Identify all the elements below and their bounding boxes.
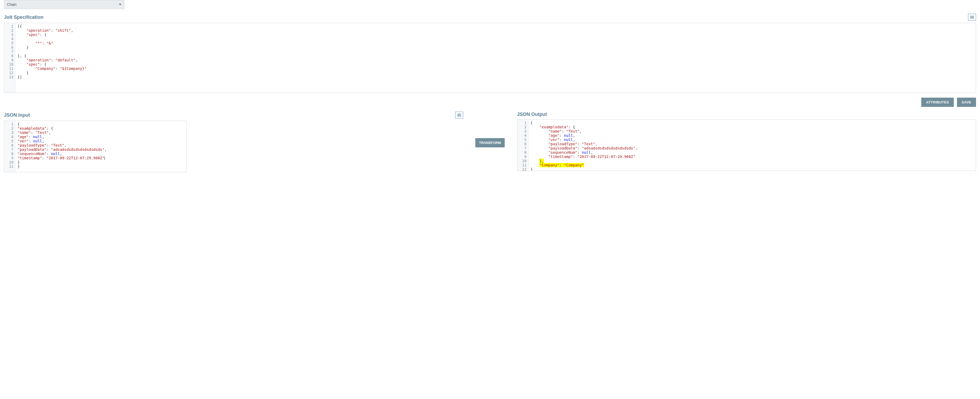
spec-editor[interactable]: 12345678910111213 [{ "operation": "shift… [4,23,976,93]
operation-select-value: Chain [7,2,17,6]
input-header: JSON Input [4,112,463,119]
align-justify-icon [457,114,461,116]
output-column: JSON Output 123456789101112 { "exampleda… [517,112,976,171]
io-grid: JSON Input 1234567891011 {"exampledata":… [4,112,976,172]
output-code[interactable]: { "exampledata": { "name": "Test", "age"… [528,119,976,171]
input-editor[interactable]: 1234567891011 {"exampledata": {"name": "… [4,121,186,172]
output-header: JSON Output [517,112,976,117]
operation-select[interactable]: Chain [4,0,124,9]
input-code[interactable]: {"exampledata": {"name": "Test","age": n… [15,121,186,172]
input-format-button[interactable] [455,112,463,119]
spec-title: Jolt Specification [4,14,43,20]
attributes-button[interactable]: ATTRIBUTES [921,98,953,107]
output-gutter: 123456789101112 [517,119,528,171]
chevron-down-icon [119,4,121,5]
output-editor[interactable]: 123456789101112 { "exampledata": { "name… [517,119,976,171]
spec-gutter: 12345678910111213 [4,23,15,92]
output-title: JSON Output [517,112,547,117]
input-column: JSON Input 1234567891011 {"exampledata":… [4,112,463,172]
align-justify-icon [970,16,974,19]
spec-header: Jolt Specification [4,14,976,21]
spec-code[interactable]: [{ "operation": "shift", "spec": { "*": … [15,23,976,92]
input-gutter: 1234567891011 [4,121,15,172]
transform-column: TRANSFORM [466,112,514,147]
spec-format-button[interactable] [968,14,976,21]
transform-button[interactable]: TRANSFORM [475,138,505,147]
input-title: JSON Input [4,113,30,118]
save-button[interactable]: SAVE [957,98,976,107]
action-button-row: ATTRIBUTES SAVE [4,98,976,107]
